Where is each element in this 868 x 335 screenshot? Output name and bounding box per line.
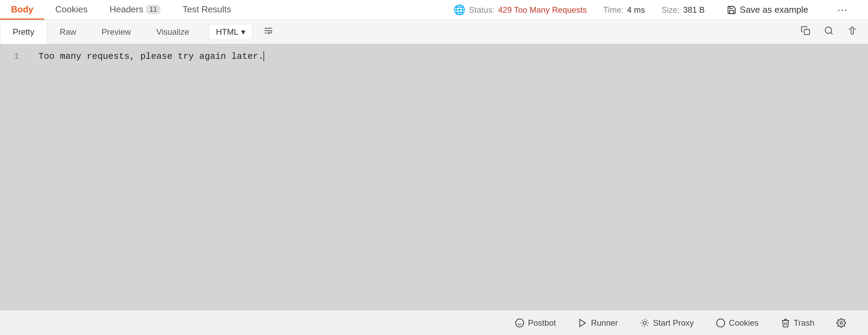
- save-icon: [727, 5, 736, 15]
- top-bar: Body Cookies Headers 11 Test Results 🌐 S…: [0, 0, 868, 20]
- sub-tabs: Pretty Raw Preview Visualize: [0, 20, 202, 44]
- cookies-icon: [716, 318, 725, 328]
- text-cursor: [263, 51, 264, 62]
- tab-headers[interactable]: Headers 11: [99, 0, 172, 20]
- svg-rect-2: [804, 30, 810, 35]
- status-area: 🌐 Status: 429 Too Many Requests Time: 4 …: [453, 1, 868, 19]
- wrap-button[interactable]: [258, 23, 279, 41]
- size-label: Size:: [661, 5, 679, 15]
- sub-bar: Pretty Raw Preview Visualize HTML ▾: [0, 20, 868, 44]
- search-button[interactable]: [819, 23, 839, 41]
- svg-rect-5: [851, 27, 854, 34]
- svg-line-4: [831, 32, 832, 34]
- trash-icon: [781, 318, 790, 328]
- code-content: Too many requests, please try again late…: [27, 44, 868, 310]
- size-item: Size: 381 B: [661, 5, 704, 15]
- time-item: Time: 4 ms: [603, 5, 645, 15]
- trash-button[interactable]: Trash: [773, 315, 823, 331]
- svg-point-12: [643, 321, 646, 324]
- tab-cookies[interactable]: Cookies: [44, 0, 99, 20]
- chevron-down-icon: ▾: [241, 27, 245, 37]
- size-value: 381 B: [683, 5, 705, 15]
- top-tabs: Body Cookies Headers 11 Test Results: [0, 0, 242, 20]
- proxy-icon: [640, 318, 650, 328]
- postbot-button[interactable]: Postbot: [507, 315, 564, 331]
- cookies-button[interactable]: Cookies: [708, 315, 767, 331]
- runner-button[interactable]: Runner: [570, 315, 626, 331]
- globe-icon: 🌐: [453, 4, 465, 15]
- line-numbers: 1: [0, 44, 27, 310]
- bottom-bar: Postbot Runner Start Proxy Cookies Trash: [0, 310, 868, 335]
- scrollbar-icon: [847, 26, 857, 35]
- more-options-button[interactable]: ⋯: [830, 1, 854, 19]
- runner-label: Runner: [591, 318, 618, 328]
- settings-icon: [836, 318, 846, 328]
- headers-badge: 11: [146, 5, 160, 14]
- subtab-preview[interactable]: Preview: [89, 20, 144, 44]
- runner-icon: [578, 318, 587, 328]
- svg-point-13: [717, 319, 724, 327]
- line-number: 1: [11, 50, 19, 64]
- start-proxy-label: Start Proxy: [653, 318, 694, 328]
- postbot-label: Postbot: [528, 318, 556, 328]
- svg-point-8: [516, 319, 523, 327]
- copy-icon: [801, 26, 810, 35]
- search-icon: [824, 26, 834, 35]
- copy-button[interactable]: [795, 23, 816, 41]
- svg-point-14: [840, 322, 843, 324]
- status-label: Status:: [469, 5, 495, 15]
- trash-label: Trash: [794, 318, 814, 328]
- tab-test-results[interactable]: Test Results: [171, 0, 242, 20]
- format-select[interactable]: HTML ▾: [209, 24, 252, 40]
- code-area: 1 Too many requests, please try again la…: [0, 44, 868, 310]
- wrap-icon: [263, 26, 273, 35]
- subtab-raw[interactable]: Raw: [47, 20, 89, 44]
- tab-body[interactable]: Body: [0, 0, 44, 20]
- cookies-label: Cookies: [729, 318, 759, 328]
- status-value: 429 Too Many Requests: [498, 5, 587, 15]
- start-proxy-button[interactable]: Start Proxy: [632, 315, 702, 331]
- save-example-button[interactable]: Save as example: [721, 2, 814, 18]
- svg-marker-11: [580, 319, 585, 326]
- scrollbar-button[interactable]: [842, 23, 863, 41]
- subtab-pretty[interactable]: Pretty: [0, 20, 47, 44]
- settings-button[interactable]: [828, 315, 854, 331]
- svg-point-3: [825, 27, 832, 34]
- code-line-1: Too many requests, please try again late…: [38, 50, 857, 64]
- time-label: Time:: [603, 5, 623, 15]
- sub-bar-right: [795, 23, 868, 41]
- subtab-visualize[interactable]: Visualize: [144, 20, 202, 44]
- time-value: 4 ms: [627, 5, 645, 15]
- postbot-icon: [515, 318, 525, 328]
- status-item: 🌐 Status: 429 Too Many Requests: [453, 4, 587, 15]
